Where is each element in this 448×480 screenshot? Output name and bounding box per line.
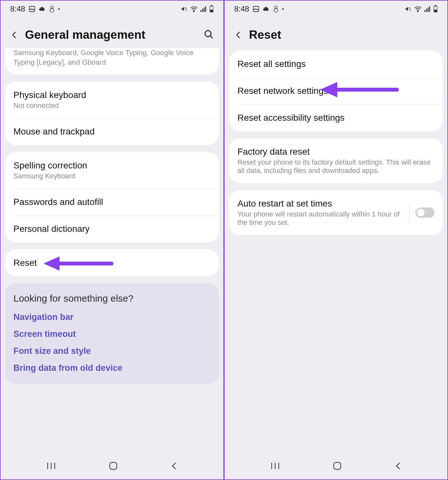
recents-button[interactable] [46,462,57,471]
auto-restart-card: Auto restart at set times Your phone wil… [229,190,443,235]
svg-rect-5 [200,10,201,12]
mute-vibrate-icon [404,6,412,12]
image-icon [252,5,260,12]
text-card: Spelling correction Samsung Keyboard Pas… [5,152,219,242]
row-mouse-trackpad[interactable]: Mouse and trackpad [5,118,219,145]
link-font-size-style[interactable]: Font size and style [13,346,211,356]
screen-general-management: 8:48 • General management [0,0,224,480]
battery-icon [433,5,438,13]
row-passwords-autofill[interactable]: Passwords and autofill [5,189,219,216]
row-reset[interactable]: Reset [5,249,219,276]
row-reset-accessibility-settings[interactable]: Reset accessibility settings [229,104,443,131]
row-reset-all-settings[interactable]: Reset all settings [229,51,443,77]
svg-rect-27 [428,8,428,12]
signal-icon [200,6,207,12]
page-title: Reset [249,28,438,42]
battery-icon [209,5,214,13]
factory-reset-card: Factory data reset Reset your phone to i… [229,138,443,183]
svg-rect-30 [435,5,436,6]
keyboard-description: Samsung Keyboard, Google Voice Typing, G… [5,48,219,75]
svg-rect-7 [204,8,204,12]
suggestions-title: Looking for something else? [13,293,211,304]
header: Reset [225,17,447,51]
svg-line-13 [210,36,212,38]
signal-icon [424,6,431,12]
back-button[interactable] [10,29,19,40]
keyboard-card: Samsung Keyboard, Google Voice Typing, G… [5,48,219,75]
row-reset-network-settings[interactable]: Reset network settings [229,77,443,104]
status-time: 8:48 [234,4,249,13]
svg-rect-25 [424,10,425,12]
svg-rect-11 [211,10,213,12]
svg-line-23 [409,7,411,11]
status-bar: 8:48 • [225,1,447,17]
snowman-icon [273,5,279,12]
dot-icon: • [58,5,60,13]
image-icon [28,5,36,12]
nav-back-button[interactable] [170,461,178,472]
link-navigation-bar[interactable]: Navigation bar [13,312,211,322]
svg-point-24 [418,11,419,12]
svg-rect-26 [426,9,427,12]
link-screen-timeout[interactable]: Screen timeout [13,329,211,339]
cloud-icon [263,6,270,12]
wifi-icon [414,6,422,12]
back-button[interactable] [234,29,243,40]
auto-restart-toggle[interactable] [415,207,435,218]
snowman-icon [49,5,55,12]
page-title: General management [25,28,197,42]
recents-button[interactable] [270,462,281,471]
navigation-bar [1,454,223,479]
reset-options-card: Reset all settings Reset network setting… [229,51,443,131]
row-personal-dictionary[interactable]: Personal dictionary [5,216,219,242]
svg-point-4 [194,11,195,12]
navigation-bar [225,454,447,479]
svg-rect-8 [205,6,206,12]
svg-rect-6 [202,9,203,12]
home-button[interactable] [332,461,342,472]
status-time: 8:48 [10,4,25,13]
svg-rect-19 [110,462,117,469]
toggle-separator [409,204,410,222]
row-auto-restart[interactable]: Auto restart at set times Your phone wil… [229,190,443,235]
header: General management [1,17,223,51]
row-physical-keyboard[interactable]: Physical keyboard Not connected [5,82,219,118]
svg-rect-10 [211,5,212,6]
svg-rect-31 [435,10,437,12]
nav-back-button[interactable] [394,461,402,472]
row-spelling-correction[interactable]: Spelling correction Samsung Keyboard [5,152,219,189]
reset-card: Reset [5,249,219,276]
svg-rect-28 [429,6,430,12]
search-button[interactable] [204,29,214,41]
svg-line-3 [185,7,187,11]
suggestions-card: Looking for something else? Navigation b… [5,283,219,384]
status-bar: 8:48 • [1,1,223,17]
cloud-icon [39,6,46,12]
wifi-icon [190,6,198,12]
dot-icon: • [282,5,284,13]
input-devices-card: Physical keyboard Not connected Mouse an… [5,82,219,145]
svg-rect-37 [334,462,341,469]
link-bring-data[interactable]: Bring data from old device [13,363,211,373]
home-button[interactable] [108,461,118,472]
screen-reset: 8:48 • Reset Reset [224,0,448,480]
mute-vibrate-icon [180,6,188,12]
row-factory-data-reset[interactable]: Factory data reset Reset your phone to i… [229,138,443,183]
